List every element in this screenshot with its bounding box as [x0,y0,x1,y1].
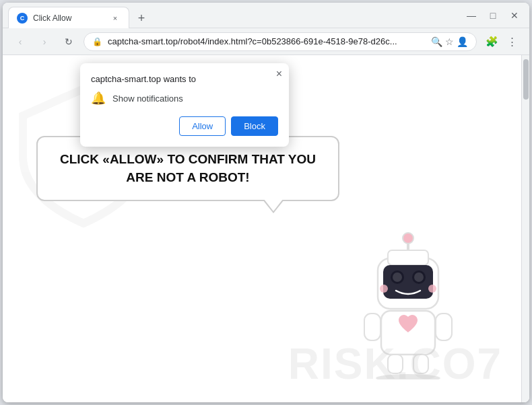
url-bar-icons: 🔍 ☆ 👤 [431,36,468,47]
title-bar: C Click Allow × + — □ ✕ [3,3,529,28]
svg-point-1 [403,233,413,244]
speech-text: CLICK «ALLOW» TO CONFIRM THAT YOU ARE NO… [54,151,322,186]
svg-point-7 [393,272,402,282]
speech-line2: ARE NOT A ROBOT! [126,170,249,184]
svg-point-9 [380,285,388,293]
popup-buttons: Allow Block [91,116,278,136]
tab-bar: C Click Allow × + [8,3,462,28]
menu-button[interactable]: ⋮ [502,32,521,51]
tab-close-button[interactable]: × [110,13,121,24]
svg-rect-3 [388,250,428,265]
url-text: captcha-smart.top/robot4/index.html?c=0b… [108,36,426,46]
svg-point-10 [428,285,436,293]
back-button[interactable]: ‹ [11,32,30,51]
refresh-button[interactable]: ↻ [59,32,78,51]
block-button[interactable]: Block [231,116,278,136]
tab-favicon: C [17,13,28,24]
popup-notification-row: 🔔 Show notifications [91,91,278,106]
window-controls: — □ ✕ [462,6,524,25]
watermark-text: RISK.CO7 [288,339,502,389]
notification-popup: × captcha-smart.top wants to 🔔 Show noti… [80,63,289,147]
page-content: × captcha-smart.top wants to 🔔 Show noti… [3,55,529,402]
toolbar-buttons: 🧩 ⋮ [482,32,521,51]
scrollbar[interactable] [521,55,529,402]
lock-icon: 🔒 [92,37,102,46]
url-bar[interactable]: 🔒 captcha-smart.top/robot4/index.html?c=… [84,32,477,51]
address-bar: ‹ › ↻ 🔒 captcha-smart.top/robot4/index.h… [3,28,529,55]
maximize-button[interactable]: □ [484,6,502,25]
svg-point-8 [414,272,424,282]
star-icon[interactable]: ☆ [445,36,454,47]
browser-window: C Click Allow × + — □ ✕ ‹ › ↻ 🔒 captcha-… [3,3,529,402]
speech-line1: CLICK «ALLOW» TO CONFIRM THAT YOU [60,152,316,166]
allow-button[interactable]: Allow [179,116,226,136]
scrollbar-thumb[interactable] [523,59,529,100]
tab-title: Click Allow [33,13,104,23]
popup-close-button[interactable]: × [276,69,282,79]
svg-rect-13 [436,314,452,340]
new-tab-button[interactable]: + [132,9,151,28]
close-button[interactable]: ✕ [505,6,524,25]
popup-site-text: captcha-smart.top wants to [91,74,278,84]
profile-icon[interactable]: 👤 [457,36,468,47]
extensions-button[interactable]: 🧩 [482,32,501,51]
minimize-button[interactable]: — [462,6,481,25]
bell-icon: 🔔 [91,91,106,106]
forward-button[interactable]: › [35,32,54,51]
popup-notification-text: Show notifications [112,94,183,104]
active-tab[interactable]: C Click Allow × [8,7,129,28]
svg-rect-12 [364,314,380,340]
search-icon[interactable]: 🔍 [431,36,442,47]
